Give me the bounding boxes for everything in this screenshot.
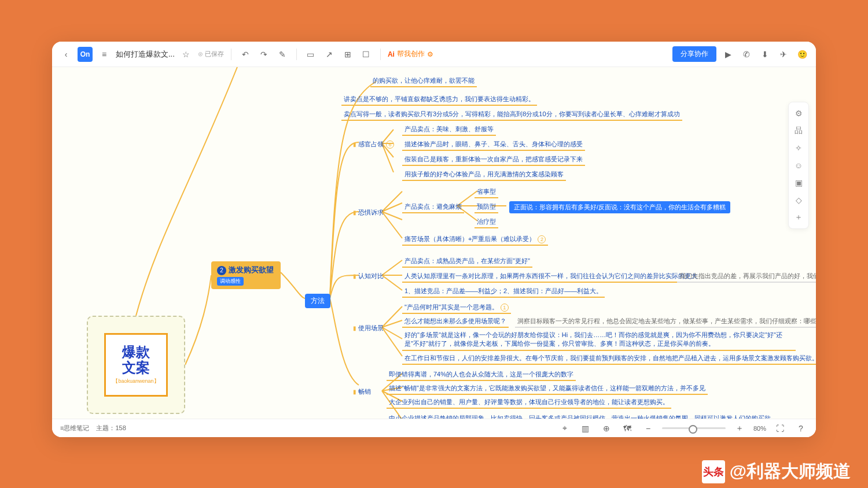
root-content: 爆款 文案 【baokuanwenan】 [104,333,168,397]
sparkle-icon[interactable]: ✧ [793,143,804,153]
style-icon[interactable]: ⚙ [793,108,804,119]
leaf[interactable]: 产品卖点：美味、刺激、舒服等 [402,125,496,136]
zoom-out-button[interactable]: − [641,422,655,435]
app-window: ‹ On ≡ 如何打造爆款文... ☆ ⊙ 已保存 ↶ ↷ ✎ ▭ ↗ ⊞ ☐ … [52,42,816,437]
mode-label[interactable]: ≡思维笔记 [60,424,89,432]
fullscreen-icon[interactable]: ⛶ [773,422,787,435]
leaf[interactable]: 痛苦场景（具体清晰）+严重后果（难以承受）2 [402,235,548,246]
ai-create-button[interactable]: Ai帮我创作 ⚙ [388,49,433,59]
toolbar: ‹ On ≡ 如何打造爆款文... ☆ ⊙ 已保存 ↶ ↷ ✎ ▭ ↗ ⊞ ☐ … [52,42,816,67]
menu-icon[interactable]: ≡ [97,47,111,61]
undo-button[interactable]: ↶ [238,47,252,61]
node-method[interactable]: 方法 [305,294,330,308]
watermark-logo: 头条 [702,460,725,483]
leaf[interactable]: 怎么才能想出来那么多使用场景呢？ [402,317,509,328]
statusbar: ≡思维笔记 主题：158 ⌖ ▥ ⊕ 🗺 − ＋ 80% ⛶ ? [52,419,816,437]
leaf[interactable]: 治疗型 [475,217,498,228]
save-status: ⊙ 已保存 [198,50,224,58]
leaf[interactable]: 大企业列出自己的销量、用户量、好评量等数据，体现自己行业领导者的地位，能让读者更… [387,398,671,409]
branch-scene[interactable]: ▮使用场景 [353,324,384,332]
watermark-handle: @利器大师频道 [730,460,851,483]
leaf[interactable]: 即便错得离谱，74%的人也会从众随大流，这是一个很庞大的数字 [387,370,576,381]
zoom-level: 80% [753,425,766,432]
redo-button[interactable]: ↷ [257,47,271,61]
leaf[interactable]: 描述体验产品时，眼睛、鼻子、耳朵、舌头、身体和心理的感受 [402,140,585,151]
leaf[interactable]: 1、描述竞品：产品差——利益少；2、描述我们：产品好——利益大。 [402,287,605,298]
back-button[interactable]: ‹ [59,47,73,61]
locate-icon[interactable]: ⌖ [558,422,572,435]
leaf[interactable]: 产品卖点：避免麻烦 [402,202,464,213]
app-logo[interactable]: On [78,47,93,62]
leaf[interactable]: 洞察目标顾客一天的常见行程，他总会固定地去某些地方，做某些事，产生某些需求，我们… [515,317,816,328]
leaf[interactable]: 产品卖点：成熟品类产品，在某些方面"更好" [402,257,532,268]
leaf[interactable]: 我们先指出竞品的差，再展示我们产品的好，我们 [677,272,816,283]
tool-2-icon[interactable]: ↗ [322,47,336,61]
leaf[interactable]: 假装自己是顾客，重新体验一次自家产品，把感官感受记录下来 [402,155,585,166]
leaf[interactable]: 省事型 [475,187,498,198]
node-stimulate-desire[interactable]: 2激发购买欲望 调动感性 [211,261,281,289]
leaf[interactable]: 好的"多场景"就是这样，像一个会玩的好朋友给你提议：Hi，我们去……吧！而你的感… [402,331,796,351]
leaf[interactable]: "产品何时用"其实是一个思考题。1 [402,303,511,314]
branch-sense[interactable]: ▮感官占领6 [353,140,394,149]
structure-icon[interactable]: 品 [793,125,804,136]
emoji-icon[interactable]: ☺ [793,160,804,171]
leaf[interactable]: 描述"畅销"是非常强大的文案方法，它既能激发购买欲望，又能赢得读者信任，这样能一… [387,384,708,395]
leaf[interactable]: 讲卖点是不够的，平铺直叙都缺乏诱惑力，我们要表达得生动精彩。 [341,95,537,106]
tag-icon[interactable]: ◇ [793,195,804,205]
leaf[interactable]: 卖点写得一般，读者购买欲只有3分或5分，写得精彩，能抬高到8分或10分，你要写到… [341,110,682,121]
phone-icon[interactable]: ✆ [740,47,753,61]
branch-cognition[interactable]: ▮认知对比 [353,272,384,280]
map-icon[interactable]: 🗺 [620,422,634,435]
leaf[interactable]: 预防型 [475,202,498,213]
leaf[interactable]: 人类认知原理里有一条对比原理，如果两件东西很不一样，我们往往会认为它们之间的差异… [402,272,700,283]
right-tool-rail: ⚙ 品 ✧ ☺ ▣ ◇ ＋ [788,102,809,229]
zoom-slider[interactable] [662,427,726,429]
add-icon[interactable]: ＋ [793,212,804,223]
document-title[interactable]: 如何打造爆款文... [116,49,175,60]
tool-1-icon[interactable]: ▭ [304,47,318,61]
leaf[interactable]: 在工作日和节假日，人们的安排差异很大。在每个节庆前，我们要提前预判顾客的安排，自… [402,354,816,365]
zoom-in-button[interactable]: ＋ [733,422,746,435]
fit-icon[interactable]: ⊕ [599,422,613,435]
leaf[interactable]: 中小企业描述产品热销的局部现象，比如卖得快、回头客多或产品被同行模仿，营造出一种… [387,414,773,419]
leaf[interactable]: 的购买欲，让他心痒难耐，欲罢不能 [370,76,477,87]
root-node[interactable]: 爆款 文案 【baokuanwenan】 [87,316,185,414]
topic-count: 主题：158 [96,424,126,432]
send-icon[interactable]: ✈ [777,47,790,61]
present-icon[interactable]: ▶ [721,47,735,61]
layout-icon[interactable]: ▥ [579,422,593,435]
branch-sales[interactable]: ▮畅销 [353,387,371,396]
branch-fear[interactable]: ▮恐惧诉求 [353,208,384,217]
leaf[interactable]: 用孩子般的好奇心体验产品，用充满激情的文案感染顾客 [402,170,566,181]
image-icon[interactable]: ▣ [793,178,804,188]
help-icon[interactable]: ? [794,422,808,435]
tool-3-icon[interactable]: ⊞ [341,47,355,61]
download-icon[interactable]: ⬇ [758,47,772,61]
watermark: 头条 @利器大师频道 [702,460,851,483]
share-button[interactable]: 分享协作 [672,46,716,62]
mindmap-canvas[interactable]: 爆款 文案 【baokuanwenan】 2激发购买欲望 调动感性 方法 的购买… [52,67,816,419]
tool-4-icon[interactable]: ☐ [359,47,373,61]
fear-highlight[interactable]: 正面说：形容拥有后有多美好/反面说：没有这个产品，你的生活会有多糟糕 [509,201,730,213]
star-icon[interactable]: ☆ [179,47,193,61]
format-painter-icon[interactable]: ✎ [275,47,289,61]
avatar[interactable]: 🙂 [795,47,809,61]
